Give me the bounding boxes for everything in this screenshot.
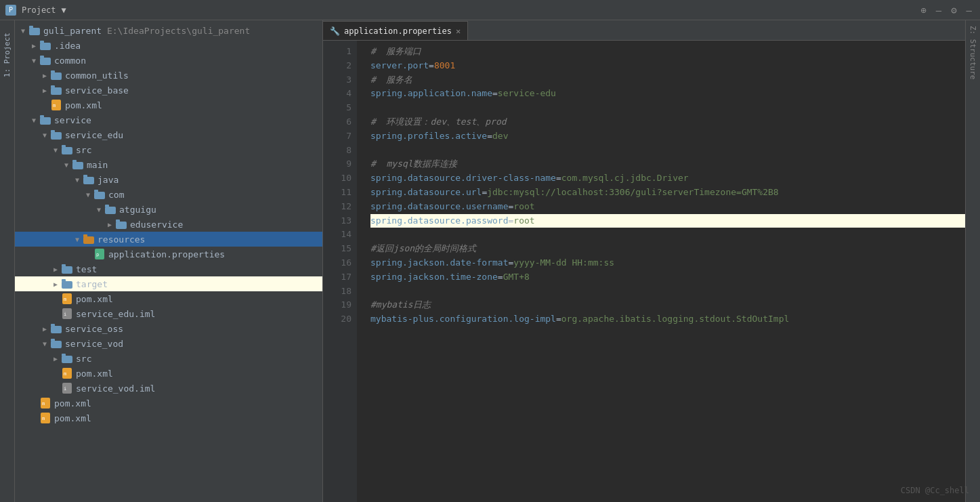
tree-item-src[interactable]: ▼src	[15, 142, 322, 157]
property-key: mybatis-plus.configuration.log-impl	[370, 314, 556, 324]
iml-file-icon: i	[61, 383, 73, 394]
line-numbers: 1234567891011121314151617181920	[323, 41, 357, 502]
tree-arrow-vod_src: ▶	[50, 355, 61, 362]
tree-item-service_vod[interactable]: ▼service_vod	[15, 336, 322, 351]
tree-arrow-service_vod: ▼	[39, 340, 50, 348]
line-number-3: 3	[323, 73, 351, 87]
code-line-8	[370, 144, 965, 158]
svg-text:m: m	[42, 416, 45, 421]
tree-label-root_pom2: pom.xml	[54, 413, 91, 423]
tree-arrow-service: ▼	[28, 117, 39, 124]
locate-btn[interactable]: ⊕	[918, 3, 929, 17]
project-icon: P	[5, 5, 16, 16]
tree-item-service_oss[interactable]: ▶service_oss	[15, 321, 322, 336]
settings-btn[interactable]: ⚙	[948, 3, 959, 17]
code-area[interactable]: # 服务端口server.port=8001# 服务名spring.applic…	[357, 41, 965, 502]
editor-tab-application-properties[interactable]: 🔧 application.properties ✕	[323, 21, 468, 40]
tree-item-java[interactable]: ▼java	[15, 172, 322, 187]
property-key: spring.datasource.url	[370, 187, 482, 197]
svg-rect-16	[62, 147, 72, 154]
tree-item-main[interactable]: ▼main	[15, 157, 322, 172]
equals-sign: =	[487, 131, 492, 141]
tab-label: application.properties	[344, 26, 452, 36]
code-line-9: # mysql数据库连接	[370, 157, 965, 171]
property-value: org.apache.ibatis.logging.stdout.StdOutI…	[561, 314, 790, 324]
tree-item-vod_iml[interactable]: iservice_vod.iml	[15, 381, 322, 396]
folder-icon	[50, 323, 62, 334]
tree-item-root_pom[interactable]: mpom.xml	[15, 396, 322, 411]
tree-item-app_props[interactable]: papplication.properties	[15, 247, 322, 262]
collapse-btn[interactable]: –	[933, 3, 944, 17]
svg-rect-34	[62, 281, 72, 289]
tree-item-target[interactable]: ▶target	[15, 276, 322, 291]
tree-label-eduservice: eduservice	[130, 219, 183, 230]
tree-arrow-test: ▶	[50, 266, 61, 273]
property-key: spring.jackson.time-zone	[370, 272, 498, 282]
code-line-16: spring.jackson.date-format=yyyy-MM-dd HH…	[370, 256, 965, 270]
tree-item-common[interactable]: ▼common	[15, 53, 322, 68]
tree-item-root_pom2[interactable]: mpom.xml	[15, 411, 322, 425]
tree-item-service[interactable]: ▼service	[15, 112, 322, 127]
tree-item-atguigu[interactable]: ▼atguigu	[15, 202, 322, 217]
svg-rect-32	[62, 266, 72, 274]
tree-arrow-resources: ▼	[72, 236, 83, 243]
code-line-2: server.port=8001	[370, 59, 965, 73]
sidebar-item-project[interactable]: 1: Project	[1, 27, 14, 83]
tree-item-test[interactable]: ▶test	[15, 262, 322, 276]
tree-item-guli_parent[interactable]: ▼guli_parent E:\IdeaProjects\guli_parent	[15, 23, 322, 38]
xml-file-icon: m	[39, 398, 51, 409]
code-line-15: #返回json的全局时间格式	[370, 242, 965, 256]
tree-label-service_oss: service_oss	[65, 324, 123, 334]
title-dropdown[interactable]: ▼	[62, 5, 66, 15]
svg-text:m: m	[53, 103, 56, 108]
tree-arrow-src: ▼	[50, 146, 61, 154]
property-value: yyyy-MM-dd HH:mm:ss	[513, 257, 614, 268]
tree-item-resources[interactable]: ▼resources	[15, 232, 322, 247]
watermark: CSDN @Cc_shell	[901, 486, 969, 495]
xml-file-icon: m	[39, 413, 51, 423]
property-value: com.mysql.cj.jdbc.Driver	[561, 173, 689, 183]
tree-item-edu_pom[interactable]: mpom.xml	[15, 291, 322, 306]
tree-arrow-service_base: ▶	[39, 87, 50, 94]
xml-file-icon: m	[61, 368, 73, 379]
tree-item-common_utils[interactable]: ▶common_utils	[15, 68, 322, 83]
code-line-18	[370, 285, 965, 299]
tree-item-com[interactable]: ▼com	[15, 187, 322, 202]
tree-item-common_pom[interactable]: mpom.xml	[15, 98, 322, 112]
code-line-12: spring.datasource.username=root	[370, 200, 965, 214]
tree-arrow-service_oss: ▶	[39, 325, 50, 333]
svg-rect-8	[51, 87, 62, 95]
tree-item-service_base[interactable]: ▶service_base	[15, 83, 322, 98]
code-line-19: #mybatis日志	[370, 298, 965, 312]
comment-text: # 环境设置：dev、test、prod	[370, 117, 507, 127]
tree-item-edu_iml[interactable]: iservice_edu.iml	[15, 306, 322, 321]
property-key: spring.jackson.date-format	[370, 257, 509, 268]
tree-label-com: com	[108, 190, 124, 200]
line-number-20: 20	[323, 312, 351, 327]
code-line-1: # 服务端口	[370, 45, 965, 59]
structure-panel-btn[interactable]: Z: Structure	[966, 20, 979, 85]
tree-item-idea[interactable]: ▶.idea	[15, 38, 322, 53]
tree-item-vod_src[interactable]: ▶src	[15, 351, 322, 366]
resources-folder-icon	[83, 234, 95, 245]
tree-label-resources: resources	[98, 234, 145, 245]
tab-icon: 🔧	[330, 26, 340, 36]
properties-file-icon: p	[93, 249, 106, 259]
line-number-17: 17	[323, 270, 351, 285]
code-line-13: spring.datasource.password=root	[370, 214, 965, 228]
tree-item-eduservice[interactable]: ▶eduservice	[15, 217, 322, 232]
property-value: GMT+8	[503, 272, 530, 282]
line-number-5: 5	[323, 101, 351, 115]
code-line-6: # 环境设置：dev、test、prod	[370, 115, 965, 129]
property-key: server.port	[370, 60, 429, 70]
tree-label-main: main	[87, 160, 108, 170]
line-number-1: 1	[323, 45, 351, 59]
tree-label-service: service	[54, 115, 91, 125]
tree-item-service_edu[interactable]: ▼service_edu	[15, 127, 322, 142]
line-number-11: 11	[323, 186, 351, 200]
minimize-btn[interactable]: —	[964, 3, 975, 17]
tree-item-vod_pom[interactable]: mpom.xml	[15, 366, 322, 381]
tab-close[interactable]: ✕	[456, 26, 461, 36]
line-number-19: 19	[323, 298, 351, 312]
tree-label-vod_iml: service_vod.iml	[76, 383, 155, 394]
